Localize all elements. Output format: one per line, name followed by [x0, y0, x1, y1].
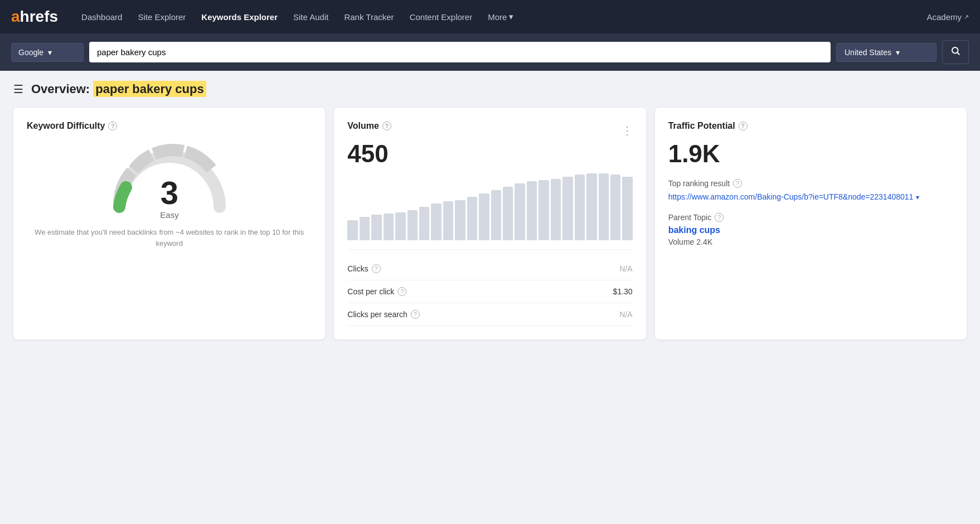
engine-select[interactable]: Google ▾ [11, 43, 84, 62]
kd-help-icon[interactable]: ? [108, 122, 117, 130]
top-ranking-help-icon[interactable]: ? [733, 179, 742, 188]
chart-bar [562, 177, 573, 240]
chart-bar [586, 173, 596, 240]
chart-bar [407, 210, 418, 240]
keyword-highlight: paper bakery cups [93, 81, 206, 97]
chart-bar [503, 187, 513, 240]
external-link-icon: ↗ [964, 13, 969, 21]
nav-links: Dashboard Site Explorer Keywords Explore… [75, 8, 926, 25]
chart-bar [491, 190, 501, 240]
chart-bar [527, 181, 537, 240]
search-icon [950, 46, 960, 56]
kd-gauge: 3 Easy [27, 140, 312, 218]
search-input-wrap [89, 42, 831, 62]
parent-topic-section: Parent Topic ? baking cups Volume 2.4K [668, 213, 953, 246]
tp-help-icon[interactable]: ? [739, 122, 748, 130]
chart-bar [599, 173, 609, 240]
top-ranking-section: Top ranking result ? https://www.amazon.… [668, 179, 953, 203]
chart-bar [347, 220, 357, 240]
nav-site-audit[interactable]: Site Audit [287, 9, 335, 25]
clicks-value: N/A [619, 264, 632, 273]
parent-topic-label: Parent Topic ? [668, 213, 953, 222]
cards-row: Keyword Difficulty ? 3 Easy [13, 108, 967, 339]
nav-more[interactable]: More ▾ [481, 8, 520, 25]
chart-bar [395, 212, 405, 240]
top-ranking-url[interactable]: https://www.amazon.com/Baking-Cups/b?ie=… [668, 192, 914, 201]
nav-rank-tracker[interactable]: Rank Tracker [337, 9, 400, 25]
cps-label: Clicks per search ? [347, 310, 419, 319]
cps-value: N/A [619, 310, 632, 319]
keyword-difficulty-card: Keyword Difficulty ? 3 Easy [13, 108, 325, 339]
parent-topic-help-icon[interactable]: ? [715, 213, 724, 222]
chart-bar [575, 174, 585, 240]
clicks-metric: Clicks ? N/A [347, 258, 632, 280]
page-title: Overview: paper bakery cups [31, 82, 206, 96]
search-button[interactable] [942, 40, 969, 64]
url-dropdown-icon[interactable]: ▾ [916, 193, 919, 201]
top-ranking-label: Top ranking result ? [668, 179, 953, 188]
volume-help-icon[interactable]: ? [382, 122, 391, 130]
gauge-svg: 3 Easy [108, 140, 231, 218]
tp-card-label: Traffic Potential ? [668, 121, 953, 131]
engine-chevron-icon: ▾ [48, 48, 52, 57]
cps-help-icon[interactable]: ? [411, 310, 420, 319]
parent-topic-link[interactable]: baking cups [668, 225, 720, 235]
keyword-search-input[interactable] [89, 42, 831, 62]
volume-bar-chart [347, 173, 632, 240]
chart-bar [455, 200, 465, 240]
chart-bar [551, 179, 561, 240]
page-content: ☰ Overview: paper bakery cups Keyword Di… [0, 71, 980, 351]
chart-bar [515, 183, 525, 240]
chart-bar [479, 193, 489, 240]
chart-bar [610, 174, 620, 240]
clicks-label: Clicks ? [347, 264, 380, 273]
chart-bar [360, 217, 370, 240]
cpc-label: Cost per click ? [347, 287, 406, 296]
logo: ahrefs [11, 8, 58, 26]
chart-bar [371, 215, 381, 240]
volume-card-header: Volume ? ⋮ [347, 121, 632, 140]
chart-bar [384, 214, 394, 240]
parent-volume: Volume 2.4K [668, 237, 953, 246]
kd-score: 3 [161, 174, 178, 211]
search-bar: Google ▾ United States ▾ [0, 33, 980, 71]
menu-toggle[interactable]: ☰ [13, 83, 23, 96]
nav-content-explorer[interactable]: Content Explorer [403, 9, 479, 25]
nav-keywords-explorer[interactable]: Keywords Explorer [195, 9, 284, 25]
kd-card-label: Keyword Difficulty ? [27, 121, 312, 131]
navbar: ahrefs Dashboard Site Explorer Keywords … [0, 0, 980, 33]
nav-site-explorer[interactable]: Site Explorer [131, 9, 192, 25]
chart-bar [443, 201, 453, 240]
nav-academy[interactable]: Academy ↗ [926, 12, 969, 22]
traffic-value: 1.9K [668, 140, 953, 168]
volume-card-label: Volume ? [347, 121, 391, 131]
chart-bar [467, 197, 477, 240]
logo-hrefs: hrefs [20, 8, 58, 26]
nav-right: Academy ↗ [926, 12, 969, 22]
volume-menu-icon[interactable]: ⋮ [622, 124, 633, 137]
kd-rating: Easy [160, 210, 179, 220]
country-chevron-icon: ▾ [896, 48, 900, 57]
volume-card: Volume ? ⋮ 450 Clicks ? N/A [334, 108, 646, 339]
cpc-help-icon[interactable]: ? [397, 287, 406, 296]
chart-bar [431, 203, 441, 240]
metrics-list: Clicks ? N/A Cost per click ? $1.30 Clic… [347, 249, 632, 326]
overview-header: ☰ Overview: paper bakery cups [13, 82, 967, 96]
nav-dashboard[interactable]: Dashboard [75, 9, 129, 25]
cpc-metric: Cost per click ? $1.30 [347, 280, 632, 303]
cps-metric: Clicks per search ? N/A [347, 303, 632, 326]
logo-a: a [11, 8, 20, 26]
chart-bar [622, 177, 632, 240]
traffic-potential-card: Traffic Potential ? 1.9K Top ranking res… [655, 108, 967, 339]
country-select[interactable]: United States ▾ [836, 43, 937, 62]
cpc-value: $1.30 [613, 287, 633, 296]
clicks-help-icon[interactable]: ? [372, 264, 381, 273]
svg-line-1 [957, 52, 959, 54]
kd-description: We estimate that you'll need backlinks f… [27, 227, 312, 249]
chevron-down-icon: ▾ [509, 12, 513, 22]
chart-bar [538, 180, 549, 240]
chart-bar [419, 207, 429, 240]
volume-value: 450 [347, 140, 632, 168]
